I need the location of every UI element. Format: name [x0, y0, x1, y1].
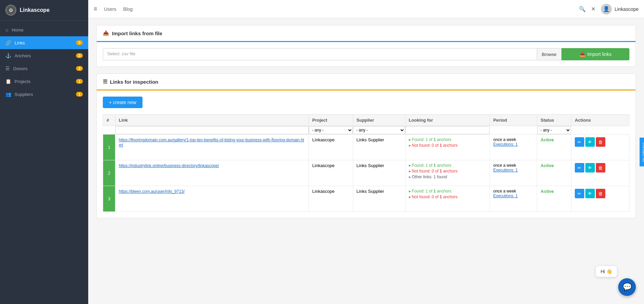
sidebar-item-anchors[interactable]: ⚓ Anchors 3 — [0, 49, 88, 62]
main-content: ≡ Users Blog 🔍 ✕ 👤 Linkascope 📥 Import l… — [88, 0, 644, 304]
sidebar-item-donors[interactable]: ☰ Donors 3 — [0, 62, 88, 75]
browse-button[interactable]: Browse — [537, 48, 562, 60]
link-cell: https://flooringdomain.com.au/gallery/1-… — [115, 135, 309, 160]
actions-cell: ✏👁🗑 — [571, 135, 629, 160]
link-icon: 🔗 — [5, 40, 11, 45]
file-input-display: Select .csv file — [103, 48, 537, 60]
sidebar: ⊙ Linkascope ⌂ Home 🔗 Links 3 ⚓ Anchors … — [0, 0, 88, 304]
import-icon: 📥 — [103, 30, 109, 36]
contact-us-tab[interactable]: Contact us — [640, 138, 644, 166]
filter-project: - any - — [309, 126, 353, 135]
executions-link[interactable]: Executions: 1 — [493, 194, 518, 198]
import-row: Select .csv file Browse 📥 Import links — [103, 48, 629, 60]
topbar-links: Users Blog — [104, 6, 133, 12]
actions-cell: ✏👁🗑 — [571, 186, 629, 212]
looking-for-item: ▶Not found: 0 of 1 anchors — [409, 143, 486, 148]
looking-for-filter-input[interactable] — [405, 126, 490, 134]
status-badge: Active — [541, 137, 554, 142]
looking-for-cell: ▶Found: 1 of 1 anchors▶Not found: 0 of 1… — [405, 160, 490, 186]
home-icon: ⌂ — [5, 27, 8, 33]
delete-button[interactable]: 🗑 — [596, 163, 605, 173]
import-button[interactable]: 📥 Import links — [562, 48, 629, 60]
status-filter-select[interactable]: - any - — [537, 126, 571, 134]
sidebar-item-home[interactable]: ⌂ Home — [0, 23, 88, 36]
filter-status: - any - — [537, 126, 571, 135]
project-cell: Linkascope — [309, 186, 353, 212]
sidebar-item-label: Projects — [15, 79, 31, 84]
chat-bubble[interactable]: 💬 — [618, 278, 636, 296]
import-section: 📥 Import links from file Select .csv fil… — [96, 25, 636, 67]
col-supplier: Supplier — [353, 115, 405, 126]
row-num-cell: 1 — [103, 135, 115, 160]
supplier-cell: Links Supplier — [353, 135, 405, 160]
link-url[interactable]: https://bleen.com.au/user/info_9713/ — [119, 189, 185, 194]
page-content: 📥 Import links from file Select .csv fil… — [88, 18, 644, 304]
create-new-button[interactable]: + create new — [103, 97, 143, 108]
status-cell: Active — [537, 135, 571, 160]
anchor-icon: ⚓ — [5, 53, 11, 58]
link-filter-input[interactable] — [115, 126, 309, 134]
supplier-cell: Links Supplier — [353, 160, 405, 186]
supplier-filter-select[interactable]: - any - — [353, 126, 405, 134]
green-indicator: 2 — [103, 160, 115, 186]
projects-badge: 1 — [76, 79, 83, 84]
supplier-cell: Links Supplier — [353, 186, 405, 212]
link-url[interactable]: https://industrylink.online/business-dir… — [119, 163, 219, 168]
period-cell: once a weekExecutions: 1 — [490, 186, 537, 212]
suppliers-badge: 1 — [76, 92, 83, 97]
col-period: Period — [490, 115, 537, 126]
looking-for-cell: ▶Found: 1 of 1 anchors▶Not found: 0 of 1… — [405, 186, 490, 212]
looking-for-item: ▶Found: 1 of 1 anchors — [409, 163, 486, 168]
links-table-wrap: # Link Project Supplier Looking for Peri… — [103, 114, 629, 212]
topbar-link-blog[interactable]: Blog — [123, 6, 133, 12]
executions-link[interactable]: Executions: 1 — [493, 168, 518, 173]
import-body: Select .csv file Browse 📥 Import links — [97, 42, 636, 66]
close-icon[interactable]: ✕ — [591, 6, 595, 12]
looking-for-cell: ▶Found: 1 of 1 anchors▶Not found: 0 of 1… — [405, 135, 490, 160]
inspection-body: + create new # Link Project Supplier Loo… — [97, 90, 636, 218]
menu-icon[interactable]: ≡ — [94, 5, 97, 13]
file-placeholder: Select .csv file — [107, 51, 135, 56]
hi-label: Hi 👋 — [601, 269, 612, 274]
table-row: 2https://industrylink.online/business-di… — [103, 160, 629, 186]
col-looking-for: Looking for — [405, 115, 490, 126]
sidebar-item-label: Anchors — [15, 53, 31, 58]
logo-icon: ⊙ — [5, 5, 16, 16]
app-name: Linkascope — [20, 7, 50, 13]
user-menu[interactable]: 👤 Linkascope — [601, 4, 639, 15]
link-url[interactable]: https://flooringdomain.com.au/gallery/1-… — [119, 138, 304, 147]
sidebar-item-projects[interactable]: 📋 Projects 1 — [0, 75, 88, 88]
col-project: Project — [309, 115, 353, 126]
edit-button[interactable]: ✏ — [575, 163, 584, 173]
link-cell: https://industrylink.online/business-dir… — [115, 160, 309, 186]
project-cell: Linkascope — [309, 160, 353, 186]
filter-link — [115, 126, 309, 135]
project-filter-select[interactable]: - any - — [309, 126, 353, 134]
table-header-row: # Link Project Supplier Looking for Peri… — [103, 115, 629, 126]
view-button[interactable]: 👁 — [585, 189, 595, 198]
topbar-link-users[interactable]: Users — [104, 6, 117, 12]
sidebar-item-links[interactable]: 🔗 Links 3 — [0, 36, 88, 49]
topbar: ≡ Users Blog 🔍 ✕ 👤 Linkascope — [88, 0, 644, 18]
view-button[interactable]: 👁 — [585, 137, 595, 147]
links-table: # Link Project Supplier Looking for Peri… — [103, 114, 629, 212]
hi-tooltip: Hi 👋 — [596, 266, 617, 277]
looking-for-item: ▶Found: 1 of 1 anchors — [409, 137, 486, 142]
sidebar-item-label: Links — [15, 40, 25, 45]
sidebar-item-suppliers[interactable]: 👥 Suppliers 1 — [0, 88, 88, 101]
delete-button[interactable]: 🗑 — [596, 137, 605, 147]
edit-button[interactable]: ✏ — [575, 137, 584, 147]
status-badge: Active — [541, 189, 554, 194]
import-title: Import links from file — [112, 31, 162, 36]
search-icon[interactable]: 🔍 — [579, 6, 586, 12]
edit-button[interactable]: ✏ — [575, 189, 584, 198]
view-button[interactable]: 👁 — [585, 163, 595, 173]
projects-icon: 📋 — [5, 79, 11, 84]
delete-button[interactable]: 🗑 — [596, 189, 605, 198]
import-btn-label: Import links — [587, 52, 612, 57]
sidebar-item-label: Home — [12, 27, 23, 33]
executions-link[interactable]: Executions: 1 — [493, 142, 518, 147]
import-header: 📥 Import links from file — [97, 25, 636, 42]
period-cell: once a weekExecutions: 1 — [490, 160, 537, 186]
sidebar-nav: ⌂ Home 🔗 Links 3 ⚓ Anchors 3 ☰ Donors 3 … — [0, 21, 88, 304]
